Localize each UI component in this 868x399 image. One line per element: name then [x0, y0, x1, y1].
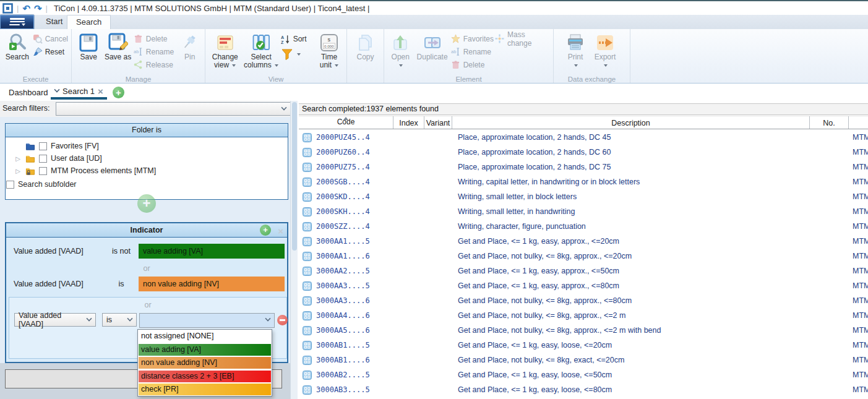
- table-row[interactable]: 3000AA3....6 Get and Place, not bulky, <…: [299, 293, 868, 308]
- titlebar: | ↶ ↷ | TiCon | 4.09.11.3735 | MTM SOLUT…: [0, 1, 868, 15]
- open-button[interactable]: Open: [387, 31, 414, 74]
- add-condition-button[interactable]: +: [260, 225, 271, 236]
- app-menu-button[interactable]: [0, 15, 34, 29]
- group-label-view: View: [205, 75, 346, 83]
- change-view-button[interactable]: Change view: [208, 31, 241, 74]
- table-row[interactable]: 3000AA1....5 Get and Place, <= 1 kg, eas…: [299, 234, 868, 249]
- element-extra: MTM: [849, 207, 868, 216]
- rename-button[interactable]: ab Rename: [134, 46, 177, 57]
- undo-icon[interactable]: ↶: [22, 4, 30, 13]
- column-header-variant[interactable]: Variant: [424, 116, 452, 129]
- dropdown-option[interactable]: not assigned [NONE]: [139, 330, 271, 342]
- save-button[interactable]: Save: [75, 31, 102, 74]
- export-button[interactable]: Export: [591, 31, 619, 74]
- table-row[interactable]: 3000AB1....6 Get and Place, not bulky, <…: [299, 353, 868, 367]
- add-filter-button[interactable]: +: [137, 194, 156, 213]
- table-row[interactable]: 3000AB3....5 Get and Place, <= 1 kg, eas…: [299, 382, 868, 397]
- delete-button[interactable]: Delete: [134, 33, 177, 44]
- scrollbar-thumb[interactable]: [292, 102, 297, 251]
- cancel-button[interactable]: Cancel: [33, 33, 68, 44]
- chevron-down-icon[interactable]: [54, 87, 59, 92]
- table-row[interactable]: 3000AB2....5 Get and Place, <= 1 kg, eas…: [299, 367, 868, 382]
- folder-icon: [25, 154, 35, 163]
- search-filters-combobox[interactable]: [56, 102, 291, 116]
- element-grid-icon: [303, 148, 312, 157]
- left-panel-scrollbar[interactable]: [290, 101, 298, 399]
- time-unit-s: s: [328, 36, 331, 43]
- tab-search1[interactable]: Search 1 ×: [51, 85, 107, 100]
- element-code: 3000AB1....5: [316, 341, 370, 350]
- folder-tree-item[interactable]: ▷ MTM Process elements [MTM]: [6, 165, 288, 177]
- pin-button[interactable]: Pin: [178, 31, 202, 74]
- dropdown-option[interactable]: non value adding [NV]: [139, 357, 271, 369]
- time-unit-button[interactable]: s0.000 Time unit: [315, 31, 343, 74]
- expand-arrow-icon[interactable]: ▷: [14, 168, 22, 174]
- sort-button[interactable]: AZ Sort: [281, 33, 314, 44]
- duplicate-icon: [424, 32, 441, 53]
- redo-icon[interactable]: ↷: [34, 4, 42, 13]
- table-row[interactable]: 3000AB1....5 Get and Place, <= 1 kg, eas…: [299, 338, 868, 353]
- table-row[interactable]: 2000SZZ....4 Writing, character, figure,…: [299, 219, 868, 234]
- search-subfolder-checkbox[interactable]: [6, 181, 14, 189]
- share-icon: [134, 60, 144, 70]
- tab-dashboard[interactable]: Dashboard: [5, 85, 52, 100]
- dropdown-option[interactable]: value adding [VA]: [139, 344, 271, 356]
- condition-field-combobox[interactable]: Value added [VAAD]: [14, 313, 96, 327]
- filter-button[interactable]: [281, 49, 314, 59]
- print-button[interactable]: Print: [561, 31, 590, 74]
- ribbon-tab-search[interactable]: Search: [67, 15, 111, 29]
- expand-arrow-icon[interactable]: ▷: [14, 155, 22, 162]
- table-row[interactable]: 3000AA1....6 Get and Place, not bulky, <…: [299, 249, 868, 264]
- table-row[interactable]: 2000SKH....4 Writing, small letter, in h…: [299, 204, 868, 219]
- folder-tree-item[interactable]: Favorites [FV]: [6, 140, 288, 152]
- table-row[interactable]: 3000AA3....5 Get and Place, <= 1 kg, eas…: [299, 278, 868, 293]
- add-tab-button[interactable]: +: [113, 87, 124, 98]
- table-row[interactable]: 2000PUZ60..4 Place, approximate location…: [299, 145, 868, 160]
- reset-button[interactable]: Reset: [33, 46, 68, 57]
- mass-change-button[interactable]: Mass change: [495, 33, 550, 44]
- remove-indicator-icon[interactable]: ×: [278, 225, 283, 238]
- favorites-button[interactable]: Favorites: [451, 33, 494, 44]
- element-description: Get and Place, <= 1 kg, easy, approx., <…: [452, 267, 810, 275]
- element-code: 3000AB1....6: [316, 356, 370, 364]
- element-description: Get and Place, <= 1 kg, easy, approx., <…: [452, 237, 810, 246]
- table-row[interactable]: 2000PUZ75..4 Place, approximate location…: [299, 160, 868, 174]
- element-rename-button[interactable]: ab Rename: [451, 46, 494, 57]
- sort-ascending-icon: [343, 117, 348, 120]
- column-header-index[interactable]: Index: [393, 116, 424, 129]
- column-header-no[interactable]: No.: [810, 116, 849, 129]
- dropdown-arrow: [335, 64, 338, 67]
- copy-button[interactable]: Copy: [350, 31, 380, 74]
- column-header-extra[interactable]: [849, 116, 868, 129]
- search-button[interactable]: Search: [3, 31, 32, 74]
- folder-checkbox[interactable]: [39, 155, 47, 163]
- select-columns-button[interactable]: Select columns: [243, 31, 279, 74]
- save-as-button[interactable]: Save as: [103, 31, 132, 74]
- search-subfolder-option[interactable]: Search subfolder: [6, 180, 77, 189]
- table-row[interactable]: 2000SKD....4 Writing, small letter, in b…: [299, 189, 868, 204]
- condition-value: value adding [VA]: [139, 244, 285, 259]
- condition-operator-combobox[interactable]: is: [102, 313, 137, 327]
- table-row[interactable]: 3000AA4....6 Get and Place, not bulky, <…: [299, 308, 868, 323]
- column-header-description[interactable]: Description: [452, 116, 810, 129]
- remove-condition-button[interactable]: [277, 315, 288, 325]
- table-row[interactable]: 3000AA2....5 Get and Place, <= 1 kg, eas…: [299, 264, 868, 278]
- condition-value-combobox[interactable]: [139, 313, 275, 328]
- column-header-code[interactable]: Code: [299, 116, 393, 129]
- folder-checkbox[interactable]: [39, 167, 47, 175]
- table-row[interactable]: 2000PUZ45..4 Place, approximate location…: [299, 130, 868, 145]
- release-button[interactable]: Release: [134, 59, 177, 70]
- folder-tree-item[interactable]: ▷ User data [UD]: [6, 152, 288, 165]
- titlebar-separator: |: [46, 4, 48, 13]
- folder-checkbox[interactable]: [39, 142, 47, 150]
- element-delete-button[interactable]: Delete: [451, 59, 494, 70]
- dropdown-option[interactable]: check [PR]: [139, 384, 271, 395]
- duplicate-button[interactable]: Duplicate: [415, 31, 450, 74]
- table-row[interactable]: 3000AA5....6 Get and Place, not bulky, <…: [299, 323, 868, 338]
- element-description: Get and Place, <= 1 kg, easy, loose, <=5…: [452, 371, 810, 379]
- close-tab-icon[interactable]: ×: [98, 87, 103, 96]
- element-description: Get and Place, <= 1 kg, easy, loose, <=2…: [452, 341, 810, 350]
- dropdown-option[interactable]: distance classes 2 + 3 [EB]: [139, 371, 271, 382]
- table-row[interactable]: 2000SGB....4 Writing, capital letter, in…: [299, 174, 868, 189]
- svg-text:Z: Z: [281, 40, 284, 44]
